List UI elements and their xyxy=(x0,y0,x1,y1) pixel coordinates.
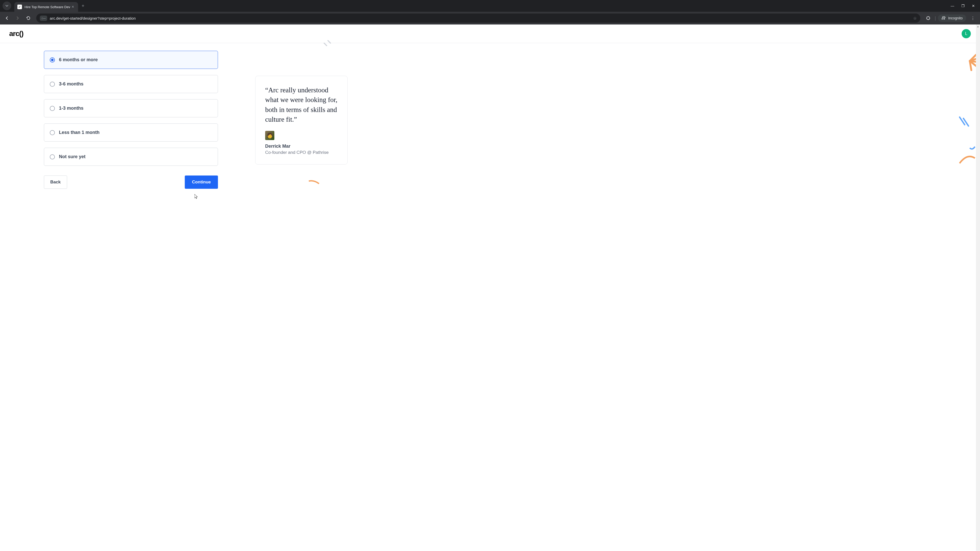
window-controls: — ❐ ✕ xyxy=(951,4,980,8)
duration-form: 6 months or more 3-6 months 1-3 months L… xyxy=(44,51,218,189)
radio-icon xyxy=(50,57,55,62)
decorative-curve-icon xyxy=(306,179,321,194)
tab-title: Hire Top Remote Software Dev xyxy=(24,5,71,9)
incognito-badge[interactable]: Incognito xyxy=(938,14,966,22)
reload-button[interactable] xyxy=(24,14,33,22)
reload-icon xyxy=(26,16,30,21)
chevron-down-icon xyxy=(5,5,8,7)
mouse-cursor-icon xyxy=(194,194,199,200)
radio-option-3-6-months[interactable]: 3-6 months xyxy=(44,75,218,93)
testimonial-title: Co-founder and CPO @ Pathrise xyxy=(265,150,338,155)
testimonial-avatar: 🧑 xyxy=(265,131,274,140)
tab-search-dropdown[interactable] xyxy=(3,2,11,10)
page-header: arc() L xyxy=(0,24,980,43)
radio-icon xyxy=(50,154,55,159)
tab-bar: ✓ Hire Top Remote Software Dev × + — ❐ ✕ xyxy=(0,0,980,12)
radio-option-not-sure[interactable]: Not sure yet xyxy=(44,148,218,166)
radio-icon xyxy=(50,82,55,87)
testimonial-name: Derrick Mar xyxy=(265,144,338,149)
new-tab-button[interactable]: + xyxy=(82,3,84,9)
radio-option-1-3-months[interactable]: 1-3 months xyxy=(44,99,218,118)
back-nav-button[interactable] xyxy=(3,14,11,22)
radio-label: Not sure yet xyxy=(59,154,86,159)
url-bar[interactable]: ○─ arc.dev/get-started/designer?step=pro… xyxy=(36,14,920,23)
minimize-button[interactable]: — xyxy=(951,4,954,8)
tab-favicon-icon: ✓ xyxy=(18,5,22,9)
separator: | xyxy=(935,16,936,21)
url-text: arc.dev/get-started/designer?step=projec… xyxy=(50,16,911,21)
browser-chrome: ✓ Hire Top Remote Software Dev × + — ❐ ✕… xyxy=(0,0,980,24)
maximize-button[interactable]: ❐ xyxy=(961,4,965,8)
scroll-up-arrow-icon[interactable]: ▲ xyxy=(977,25,979,28)
user-avatar[interactable]: L xyxy=(962,29,971,38)
testimonial-card: “Arc really understood what we were look… xyxy=(255,76,348,165)
puzzle-icon xyxy=(926,16,931,21)
close-window-button[interactable]: ✕ xyxy=(972,4,975,8)
extensions-button[interactable] xyxy=(924,14,932,22)
site-info-icon[interactable]: ○─ xyxy=(40,16,47,21)
bookmark-icon[interactable]: ☆ xyxy=(913,16,917,21)
arrow-right-icon xyxy=(15,16,20,21)
browser-tab[interactable]: ✓ Hire Top Remote Software Dev × xyxy=(14,2,78,12)
close-icon[interactable]: × xyxy=(71,5,75,9)
continue-button[interactable]: Continue xyxy=(185,176,218,189)
radio-option-less-than-1-month[interactable]: Less than 1 month xyxy=(44,124,218,141)
testimonial-quote: “Arc really understood what we were look… xyxy=(265,85,338,124)
radio-icon xyxy=(50,106,55,111)
form-buttons: Back Continue xyxy=(44,176,218,189)
arc-logo[interactable]: arc() xyxy=(9,30,24,38)
radio-label: Less than 1 month xyxy=(59,130,100,135)
radio-label: 3-6 months xyxy=(59,81,83,87)
scrollbar[interactable]: ▲ xyxy=(976,24,980,551)
decorative-lines-icon xyxy=(957,114,972,135)
arrow-left-icon xyxy=(5,16,9,21)
radio-option-6-months-or-more[interactable]: 6 months or more xyxy=(44,51,218,69)
address-bar: ○─ arc.dev/get-started/designer?step=pro… xyxy=(0,12,980,24)
radio-icon xyxy=(50,130,55,135)
forward-nav-button[interactable] xyxy=(13,14,22,22)
incognito-icon xyxy=(942,16,946,20)
back-button[interactable]: Back xyxy=(44,176,67,189)
menu-button[interactable]: ⋮ xyxy=(968,16,977,21)
incognito-label: Incognito xyxy=(948,16,963,20)
page-content: arc() L 6 months or more 3-6 months 1-3 … xyxy=(0,24,980,551)
main-content: 6 months or more 3-6 months 1-3 months L… xyxy=(0,43,980,189)
radio-label: 6 months or more xyxy=(59,57,98,62)
radio-label: 1-3 months xyxy=(59,106,83,111)
